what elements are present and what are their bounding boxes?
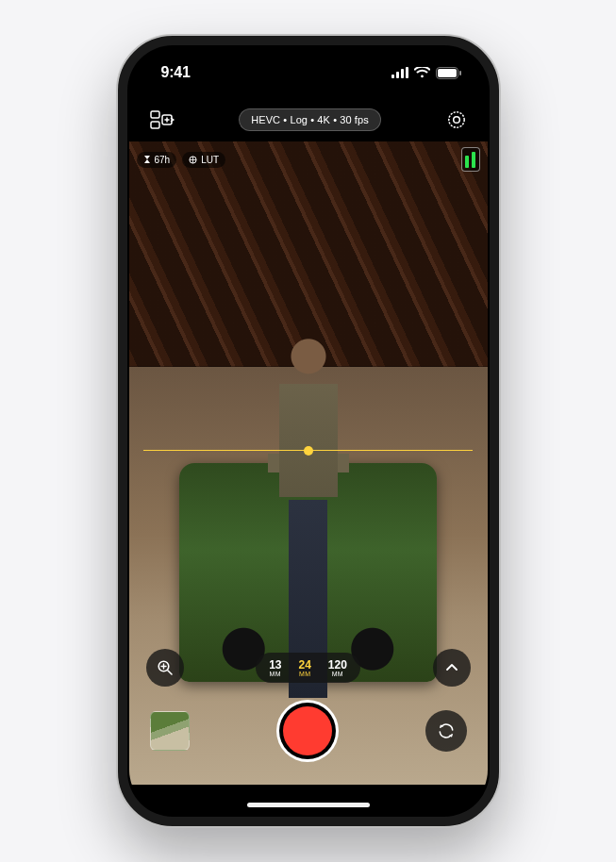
side-button-silence: [116, 187, 118, 215]
record-button[interactable]: [276, 700, 339, 762]
lens-value: 120: [328, 659, 347, 671]
phone-frame: 9:41: [116, 34, 501, 828]
viewfinder[interactable]: 67h LUT: [129, 141, 488, 785]
flip-camera-icon: [437, 721, 456, 740]
screen: 9:41: [129, 47, 488, 815]
library-icon[interactable]: [150, 110, 175, 129]
settings-icon[interactable]: [446, 109, 467, 130]
svg-point-11: [453, 117, 459, 124]
lens-unit: MM: [298, 671, 310, 677]
svg-point-10: [448, 112, 463, 127]
controls-upper: 13 MM 24 MM 120 MM: [129, 649, 488, 687]
wifi-icon: [414, 67, 430, 78]
svg-rect-1: [396, 72, 399, 78]
lens-unit: MM: [269, 671, 281, 677]
controls-lower: [129, 700, 488, 762]
format-pill[interactable]: HEVC • Log • 4K • 30 fps: [239, 108, 381, 131]
status-right: [391, 67, 461, 79]
side-button-vol-up: [116, 234, 118, 289]
expand-controls-button[interactable]: [433, 649, 471, 687]
svg-rect-8: [151, 122, 159, 128]
svg-rect-2: [401, 69, 404, 78]
lut-badge[interactable]: LUT: [182, 152, 225, 168]
horizon-level: [143, 450, 474, 451]
svg-rect-5: [438, 69, 457, 77]
flip-camera-button[interactable]: [425, 710, 467, 752]
app-header: HEVC • Log • 4K • 30 fps: [129, 98, 488, 141]
hourglass-icon: [143, 155, 151, 164]
svg-rect-7: [151, 111, 159, 118]
lut-label: LUT: [201, 155, 219, 165]
zoom-button[interactable]: [146, 649, 184, 687]
lens-unit: MM: [328, 671, 347, 677]
viewfinder-top-overlay: 67h LUT: [137, 147, 480, 172]
audio-meter[interactable]: [461, 147, 480, 172]
lens-value: 24: [298, 659, 310, 671]
dynamic-island: [253, 58, 364, 91]
lut-icon: [189, 156, 197, 164]
svg-rect-3: [406, 67, 408, 78]
cellular-icon: [391, 67, 408, 78]
lens-selector: 13 MM 24 MM 120 MM: [256, 653, 360, 683]
lens-option-120mm[interactable]: 120 MM: [321, 655, 355, 680]
magnifier-plus-icon: [157, 659, 174, 676]
status-time: 9:41: [161, 64, 191, 81]
svg-rect-0: [391, 75, 394, 78]
recording-time-value: 67h: [155, 155, 171, 165]
lens-option-24mm[interactable]: 24 MM: [291, 655, 318, 680]
chevron-up-icon: [444, 660, 459, 675]
svg-rect-6: [459, 71, 461, 75]
side-button-power: [499, 243, 501, 328]
side-button-vol-down: [116, 300, 118, 355]
lens-option-13mm[interactable]: 13 MM: [261, 655, 289, 680]
home-indicator[interactable]: [247, 803, 370, 807]
lens-value: 13: [269, 659, 281, 671]
battery-icon: [436, 67, 461, 79]
last-clip-thumbnail[interactable]: [150, 711, 190, 751]
viewfinder-image: 67h LUT: [129, 141, 488, 785]
recording-time-badge[interactable]: 67h: [137, 152, 177, 168]
